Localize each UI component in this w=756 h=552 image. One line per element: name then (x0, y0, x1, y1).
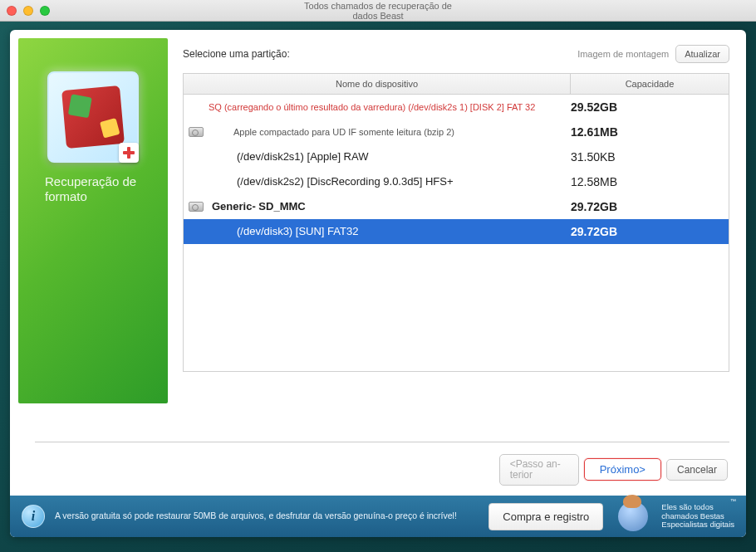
trial-message: A versão gratuita só pode restaurar 50MB… (55, 510, 479, 521)
app-icon (47, 71, 139, 163)
sidebar-title: Recuperação de formato (33, 174, 168, 204)
sidebar: Recuperação de formato (18, 38, 168, 403)
mascot-line2: chamados Bestas (661, 511, 724, 520)
window-controls (7, 6, 50, 16)
mascot-caption: ™ Eles são todos chamados Bestas Especia… (661, 503, 734, 530)
col-device-name[interactable]: Nome do dispositivo (184, 74, 571, 94)
window-title-line1: Todos chamados de recuperação de (0, 1, 756, 11)
wizard-nav: <Passo an-terior Próximo> Cancelar (10, 442, 746, 496)
table-body[interactable]: SQ (carregando o último resultado da var… (184, 95, 729, 371)
device-name: (/dev/disk2s2) [DiscRecording 9.0.3d5] H… (209, 175, 571, 188)
table-row[interactable]: Apple compactado para UD IF somente leit… (184, 120, 729, 144)
device-capacity: 29.52GB (571, 100, 729, 114)
device-name: Apple compactado para UD IF somente leit… (209, 127, 571, 137)
device-name: SQ (carregando o último resultado da var… (209, 102, 571, 112)
table-row[interactable]: SQ (carregando o último resultado da var… (184, 95, 729, 120)
mascot-line1: Eles são todos (661, 502, 713, 511)
info-icon: i (22, 505, 45, 528)
disk-icon (189, 202, 204, 212)
disk-icon (189, 127, 204, 137)
refresh-button[interactable]: Atualizar (675, 45, 729, 63)
table-row[interactable]: (/dev/disk2s1) [Apple] RAW 31.50KB (184, 144, 729, 169)
previous-button[interactable]: <Passo an-terior (499, 454, 579, 486)
table-row[interactable]: Generic- SD_MMC 29.72GB (184, 194, 729, 219)
table-row[interactable]: (/dev/disk2s2) [DiscRecording 9.0.3d5] H… (184, 169, 729, 194)
trademark-symbol: ™ (730, 498, 736, 505)
next-button[interactable]: Próximo> (584, 458, 661, 481)
partition-table: Nome do dispositivo Capacidade SQ (carre… (183, 73, 729, 372)
footer-bar: i A versão gratuita só pode restaurar 50… (10, 496, 746, 537)
select-partition-label: Selecione uma partição: (183, 48, 290, 60)
main-panel: Recuperação de formato Selecione uma par… (10, 30, 746, 537)
table-row-selected[interactable]: (/dev/disk3) [SUN] FAT32 29.72GB (184, 219, 729, 244)
device-capacity: 31.50KB (571, 150, 729, 164)
window-title: Todos chamados de recuperação de dados B… (0, 0, 756, 21)
maximize-icon[interactable] (40, 6, 50, 16)
mount-image-button[interactable]: Imagem de montagem (577, 49, 669, 59)
buy-register-button[interactable]: Compra e registro (488, 503, 603, 530)
mascot-icon (618, 501, 648, 531)
device-name: (/dev/disk3) [SUN] FAT32 (209, 225, 571, 237)
titlebar: Todos chamados de recuperação de dados B… (0, 0, 756, 22)
table-header: Nome do dispositivo Capacidade (184, 74, 729, 95)
device-capacity: 12.58MB (571, 175, 729, 188)
content-area: Selecione uma partição: Imagem de montag… (168, 38, 729, 427)
device-capacity: 29.72GB (571, 225, 729, 238)
app-icon-graphic (61, 85, 125, 149)
recovery-cross-icon (119, 143, 139, 163)
device-name: (/dev/disk2s1) [Apple] RAW (209, 150, 571, 163)
device-capacity: 29.72GB (571, 200, 729, 213)
device-capacity: 12.61MB (571, 125, 729, 139)
mascot-line3: Especialistas digitais (661, 520, 734, 529)
cancel-button[interactable]: Cancelar (666, 459, 728, 481)
device-name: Generic- SD_MMC (209, 200, 571, 212)
minimize-icon[interactable] (23, 6, 33, 16)
close-icon[interactable] (7, 6, 17, 16)
window-title-line2: dados Beast (0, 11, 756, 21)
col-capacity[interactable]: Capacidade (571, 74, 729, 94)
